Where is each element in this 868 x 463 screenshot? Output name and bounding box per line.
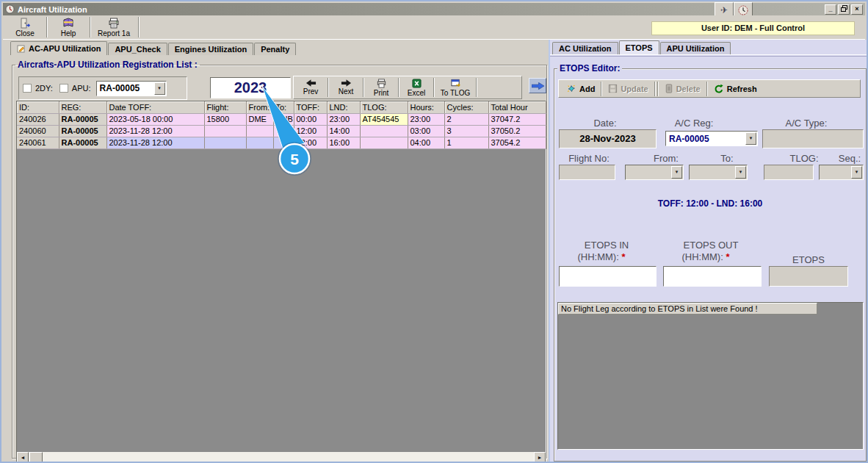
update-button[interactable]: Update [604, 82, 652, 96]
help-button[interactable]: Help [49, 17, 87, 38]
table-row[interactable]: 240061 RA-00005 2023-11-28 12:00 12:00 1… [17, 137, 546, 148]
add-record-icon [566, 84, 576, 94]
cell-flight[interactable]: 15800 [204, 113, 246, 125]
cell-date-toff[interactable]: 2023-05-18 00:00 [106, 113, 204, 125]
table-row[interactable]: 240026 RA-00005 2023-05-18 00:00 15800 D… [17, 113, 546, 125]
next-button[interactable]: Next [329, 77, 363, 98]
cell-to[interactable] [273, 125, 294, 137]
to-combo[interactable]: ▼ [689, 165, 748, 180]
table-row[interactable]: 240060 RA-00005 2023-11-28 12:00 12:00 1… [17, 125, 546, 137]
cell-total-hours[interactable]: 37050.2 [488, 125, 546, 137]
cell-lnd[interactable]: 16:00 [327, 137, 360, 148]
close-window-button[interactable]: × [851, 4, 863, 15]
seq-combo[interactable]: ▼ [819, 165, 864, 180]
tab-ac-apu-utilization[interactable]: AC-APU Utilization [10, 41, 107, 55]
cell-total-hours[interactable]: 37054.2 [488, 137, 546, 148]
cell-to[interactable] [273, 137, 294, 148]
tab-apu-utilization[interactable]: APU Utilization [660, 42, 731, 54]
cell-reg[interactable]: RA-00005 [59, 137, 106, 148]
cell-tlog[interactable] [360, 125, 408, 137]
from-combo[interactable]: ▼ [625, 165, 684, 180]
col-header[interactable]: ID: [17, 101, 59, 113]
cell-to[interactable]: DUB [273, 113, 294, 125]
cell-from[interactable] [246, 125, 273, 137]
expand-panel-button[interactable] [529, 78, 546, 93]
etops-in-input[interactable] [559, 266, 657, 287]
tab-etops[interactable]: ETOPS [619, 40, 659, 54]
cell-flight[interactable] [204, 137, 246, 148]
cell-cycles[interactable]: 1 [444, 137, 488, 148]
2dy-checkbox[interactable] [23, 84, 32, 93]
scrollbar-thumb[interactable] [29, 452, 43, 463]
cell-from[interactable] [246, 137, 273, 148]
cell-tlog[interactable]: AT454545 [360, 113, 408, 125]
etops-toolbar: Add Update Delete Refresh [558, 79, 861, 98]
add-button[interactable]: Add [562, 82, 599, 96]
restore-button[interactable] [838, 4, 850, 15]
arrow-left-icon [305, 79, 317, 87]
col-header[interactable]: REG: [59, 101, 106, 113]
col-header[interactable]: TLOG: [360, 101, 408, 113]
print-button[interactable]: Print [364, 77, 398, 98]
chevron-down-icon[interactable]: ▼ [851, 166, 862, 179]
apu-checkbox[interactable] [59, 84, 68, 93]
cell-hours[interactable]: 23:00 [408, 113, 444, 125]
col-header[interactable]: LND: [327, 101, 360, 113]
etops-out-input[interactable] [663, 266, 762, 287]
cell-reg[interactable]: RA-00005 [59, 113, 106, 125]
cell-id[interactable]: 240026 [17, 113, 59, 125]
excel-button[interactable]: Excel [399, 77, 433, 98]
tab-penalty[interactable]: Penalty [254, 43, 296, 55]
col-header[interactable]: Total Hour [488, 101, 546, 113]
tab-label: AC-APU Utilization [29, 44, 101, 53]
ac-reg-value: RA-00005 [666, 134, 745, 144]
cell-id[interactable]: 240061 [17, 137, 59, 148]
aircraft-reg-combo[interactable]: RA-00005 ▼ [96, 81, 167, 96]
prev-button[interactable]: Prev [294, 77, 328, 98]
chevron-down-icon[interactable]: ▼ [735, 166, 746, 179]
cell-toff[interactable]: 12:00 [294, 137, 327, 148]
cell-flight[interactable] [204, 125, 246, 137]
col-header[interactable]: To: [273, 101, 294, 113]
cell-lnd[interactable]: 14:00 [327, 125, 360, 137]
cell-lnd[interactable]: 23:00 [327, 113, 360, 125]
cell-total-hours[interactable]: 37047.2 [488, 113, 546, 125]
cell-toff[interactable]: 12:00 [294, 125, 327, 137]
col-header[interactable]: From: [246, 101, 273, 113]
refresh-button[interactable]: Refresh [709, 82, 762, 96]
col-header[interactable]: Flight: [204, 101, 246, 113]
cell-hours[interactable]: 03:00 [408, 125, 444, 137]
col-header[interactable]: TOFF: [294, 101, 327, 113]
tab-engines-utilization[interactable]: Engines Utilization [168, 43, 253, 55]
horizontal-scrollbar[interactable]: ◄ ► [17, 452, 546, 463]
cell-date-toff[interactable]: 2023-11-28 12:00 [106, 125, 204, 137]
ac-reg-combo[interactable]: RA-00005 ▼ [665, 131, 758, 146]
close-button[interactable]: Close [6, 17, 44, 38]
col-header[interactable]: Cycles: [444, 101, 488, 113]
year-input[interactable]: 2023 [210, 77, 291, 98]
scroll-left-icon[interactable]: ◄ [17, 452, 29, 463]
cell-id[interactable]: 240060 [17, 125, 59, 137]
col-header[interactable]: Date TOFF: [106, 101, 204, 113]
chevron-down-icon[interactable]: ▼ [745, 132, 756, 145]
cell-cycles[interactable]: 2 [444, 113, 488, 125]
chevron-down-icon[interactable]: ▼ [154, 82, 165, 95]
cell-date-toff[interactable]: 2023-11-28 12:00 [106, 137, 204, 148]
cell-tlog[interactable] [360, 137, 408, 148]
report-1a-button[interactable]: Report 1a [93, 17, 135, 38]
chevron-down-icon[interactable]: ▼ [671, 166, 682, 179]
cell-hours[interactable]: 04:00 [408, 137, 444, 148]
to-tlog-button[interactable]: To TLOG [435, 77, 476, 98]
cell-cycles[interactable]: 3 [444, 125, 488, 137]
flight-no-field[interactable] [559, 165, 615, 180]
cell-from[interactable]: DME [246, 113, 273, 125]
cell-reg[interactable]: RA-00005 [59, 125, 106, 137]
tlog-field[interactable] [764, 165, 814, 180]
tab-ac-utilization[interactable]: AC Utilization [552, 42, 618, 54]
cell-toff[interactable]: 00:00 [294, 113, 327, 125]
scroll-right-icon[interactable]: ► [534, 452, 546, 463]
tab-apu-check[interactable]: APU_Check [108, 43, 167, 55]
minimize-button[interactable]: _ [825, 4, 836, 15]
delete-button[interactable]: Delete [660, 82, 705, 96]
col-header[interactable]: Hours: [408, 101, 444, 113]
